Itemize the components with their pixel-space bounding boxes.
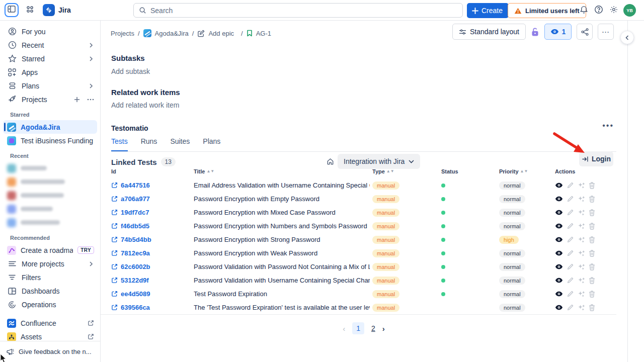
view-test-button[interactable] xyxy=(555,237,563,242)
recent-project-blurred[interactable] xyxy=(3,216,97,229)
sidebar-feedback[interactable]: Give feedback on the n... xyxy=(0,341,100,362)
test-id-link[interactable]: a706a977 xyxy=(111,192,150,206)
sidebar-toggle-button[interactable] xyxy=(5,3,19,17)
delete-test-button[interactable] xyxy=(589,196,595,203)
breadcrumb-project[interactable]: Agoda&Jira xyxy=(143,29,189,37)
ai-test-button[interactable] xyxy=(578,263,585,270)
notifications-button[interactable] xyxy=(577,4,591,18)
test-id-link[interactable]: 6a447516 xyxy=(111,178,150,192)
col-id[interactable]: Id xyxy=(111,168,116,174)
recent-project-blurred[interactable] xyxy=(3,189,97,202)
col-status[interactable]: Status xyxy=(441,168,458,174)
edit-test-button[interactable] xyxy=(567,277,574,284)
ai-test-button[interactable] xyxy=(578,223,585,230)
user-avatar[interactable]: YB xyxy=(623,4,636,17)
sidebar-item-filters[interactable]: Filters xyxy=(3,270,97,284)
settings-button[interactable] xyxy=(607,4,621,18)
view-test-button[interactable] xyxy=(555,223,563,229)
home-button[interactable] xyxy=(324,154,337,168)
page-2-button[interactable]: 2 xyxy=(371,324,375,332)
edit-test-button[interactable] xyxy=(567,291,574,297)
edit-test-button[interactable] xyxy=(567,182,574,189)
add-subtask-link[interactable]: Add subtask xyxy=(111,67,150,75)
share-button[interactable] xyxy=(577,24,593,40)
sidebar-item-dashboards[interactable]: Dashboards xyxy=(3,284,97,298)
sidebar-project-agoda-jira[interactable]: Agoda&Jira xyxy=(3,120,97,134)
unlock-icon[interactable] xyxy=(531,27,539,37)
sidebar-item-confluence[interactable]: Confluence xyxy=(3,316,97,330)
view-test-button[interactable] xyxy=(555,264,563,269)
test-id-link[interactable]: 53122d9f xyxy=(111,274,149,287)
sidebar-item-create-roadmap[interactable]: Create a roadmap TRY xyxy=(3,243,97,257)
layout-button[interactable]: Standard layout xyxy=(452,24,526,40)
edit-test-button[interactable] xyxy=(567,250,574,256)
integration-dropdown[interactable]: Integration with Jira xyxy=(338,154,420,169)
test-id-link[interactable]: ee4d5089 xyxy=(111,287,150,301)
breadcrumb-issue[interactable]: AG-1 xyxy=(247,30,271,37)
view-test-button[interactable] xyxy=(555,210,563,215)
add-related-link[interactable]: Add related work item xyxy=(111,101,179,109)
breadcrumb-projects[interactable]: Projects xyxy=(111,30,134,37)
ai-test-button[interactable] xyxy=(578,250,585,257)
view-test-button[interactable] xyxy=(555,291,563,297)
search-input[interactable] xyxy=(150,7,457,15)
edit-test-button[interactable] xyxy=(567,223,574,229)
delete-test-button[interactable] xyxy=(589,277,595,284)
delete-test-button[interactable] xyxy=(589,236,595,243)
ai-test-button[interactable] xyxy=(578,236,585,243)
sidebar-item-projects[interactable]: Projects xyxy=(3,93,97,106)
delete-test-button[interactable] xyxy=(589,304,595,311)
ai-test-button[interactable] xyxy=(578,209,585,216)
tab-suites[interactable]: Suites xyxy=(170,137,190,151)
view-test-button[interactable] xyxy=(555,250,563,256)
view-test-button[interactable] xyxy=(555,196,563,202)
test-id-link[interactable]: 74b5d4bb xyxy=(111,233,151,246)
delete-test-button[interactable] xyxy=(589,209,595,216)
edit-test-button[interactable] xyxy=(567,209,574,216)
testomatio-more-button[interactable]: ••• xyxy=(602,121,614,130)
view-test-button[interactable] xyxy=(555,183,563,188)
login-button[interactable]: Login xyxy=(579,151,613,166)
page-prev-button[interactable]: ‹ xyxy=(343,324,345,333)
view-test-button[interactable] xyxy=(555,278,563,283)
sidebar-project-ibusiness[interactable]: Test iBusiness Funding xyxy=(3,134,97,147)
ai-test-button[interactable] xyxy=(578,291,585,298)
create-button[interactable]: Create xyxy=(467,3,509,18)
add-project-icon[interactable] xyxy=(74,97,80,103)
app-logo[interactable]: Jira xyxy=(43,4,71,16)
collapse-panel-button[interactable] xyxy=(620,31,634,44)
test-id-link[interactable]: 62c6002b xyxy=(111,260,150,274)
app-switcher-button[interactable] xyxy=(23,3,37,17)
sidebar-item-recent[interactable]: Recent xyxy=(3,38,97,52)
recent-project-blurred[interactable] xyxy=(3,161,97,175)
help-button[interactable] xyxy=(592,4,606,18)
ai-test-button[interactable] xyxy=(578,277,585,284)
delete-test-button[interactable] xyxy=(589,263,595,270)
sidebar-item-for-you[interactable]: For you xyxy=(3,25,97,38)
test-id-link[interactable]: 639566ca xyxy=(111,301,150,314)
sidebar-item-plans[interactable]: Plans xyxy=(3,79,97,93)
tab-runs[interactable]: Runs xyxy=(141,137,157,151)
breadcrumb-add-epic[interactable]: Add epic xyxy=(197,30,234,37)
watchers-button[interactable]: 1 xyxy=(544,24,572,40)
recent-project-blurred[interactable] xyxy=(3,175,97,189)
ai-test-button[interactable] xyxy=(578,182,585,189)
ai-test-button[interactable] xyxy=(578,196,585,203)
limited-users-button[interactable]: Limited users left xyxy=(508,3,586,18)
test-id-link[interactable]: 7812ec9a xyxy=(111,246,150,260)
edit-test-button[interactable] xyxy=(567,304,574,311)
tab-plans[interactable]: Plans xyxy=(203,137,220,151)
test-id-link[interactable]: 19df7dc7 xyxy=(111,206,149,219)
edit-test-button[interactable] xyxy=(567,263,574,270)
more-actions-button[interactable]: … xyxy=(598,24,614,40)
global-search[interactable] xyxy=(133,3,463,18)
page-next-button[interactable]: › xyxy=(382,324,385,333)
recent-project-blurred[interactable] xyxy=(3,202,97,216)
view-test-button[interactable] xyxy=(555,305,563,310)
delete-test-button[interactable] xyxy=(589,291,595,298)
projects-more-icon[interactable] xyxy=(87,99,94,101)
ai-test-button[interactable] xyxy=(578,304,585,311)
test-id-link[interactable]: f46db5d5 xyxy=(111,219,149,233)
sidebar-item-more-projects[interactable]: More projects xyxy=(3,257,97,270)
sidebar-item-apps[interactable]: Apps xyxy=(3,65,97,79)
